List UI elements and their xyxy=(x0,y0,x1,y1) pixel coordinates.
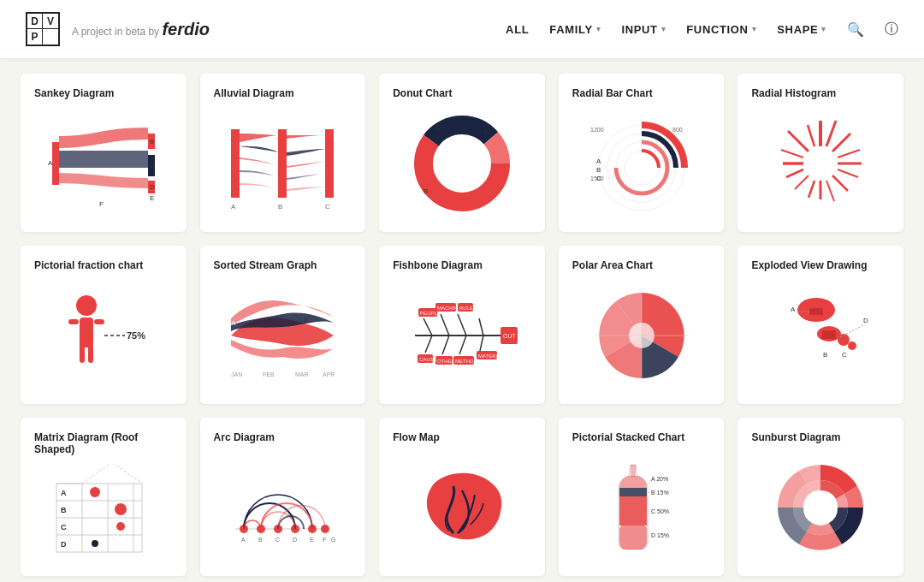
svg-line-42 xyxy=(808,125,814,146)
card-polararea[interactable]: Polar Area Chart xyxy=(559,246,725,404)
card-explodedview-visual: A B C D xyxy=(751,280,890,390)
card-matrixdiagram[interactable]: Matrix Diagram (Roof Shaped) A B C D xyxy=(21,418,187,576)
card-sortedstream[interactable]: Sorted Stream Graph D A JAN FEB MAR APR xyxy=(200,246,366,404)
svg-text:E: E xyxy=(150,194,154,202)
svg-text:C: C xyxy=(842,351,847,359)
nav-family-arrow: ▾ xyxy=(596,25,601,33)
search-icon[interactable]: 🔍 xyxy=(847,21,864,38)
main-nav: ALL FAMILY ▾ INPUT ▾ FUNCTION ▾ SHAPE ▾ … xyxy=(506,21,898,39)
svg-text:APR: APR xyxy=(323,371,335,377)
card-sunburst-title: Sunburst Diagram xyxy=(751,431,890,443)
card-fishbone-title: Fishbone Diagram xyxy=(393,259,531,271)
card-sunburst[interactable]: Sunburst Diagram xyxy=(737,418,903,576)
svg-text:B: B xyxy=(258,537,263,543)
svg-point-19 xyxy=(438,140,486,187)
card-alluvial-visual: A B C xyxy=(214,108,352,218)
svg-text:B: B xyxy=(61,506,67,514)
svg-rect-51 xyxy=(80,344,85,363)
svg-text:MAR: MAR xyxy=(295,371,309,377)
svg-text:B 15%: B 15% xyxy=(651,490,669,496)
svg-text:C: C xyxy=(325,203,330,211)
svg-text:C: C xyxy=(275,537,280,543)
nav-input[interactable]: INPUT ▾ xyxy=(621,23,666,36)
card-sankey-title: Sankey Diagram xyxy=(34,87,173,99)
card-arcdiagram-title: Arc Diagram xyxy=(214,431,352,443)
svg-text:B: B xyxy=(278,203,282,211)
card-radialbar[interactable]: Radial Bar Chart 1200 800 1500 A B C xyxy=(559,74,725,232)
app-header: D V P A project in beta by ferdio ALL FA… xyxy=(0,0,924,58)
card-alluvial[interactable]: Alluvial Diagram A B C xyxy=(200,74,366,232)
logo-p: P xyxy=(27,29,43,45)
svg-line-68 xyxy=(458,314,466,336)
card-pictorialstacked-visual: A 20% B 15% C 50% D 15% xyxy=(572,452,711,562)
card-sankey[interactable]: Sankey Diagram A B C D E F xyxy=(21,74,187,232)
card-matrixdiagram-title: Matrix Diagram (Roof Shaped) xyxy=(34,431,173,455)
svg-text:A: A xyxy=(231,203,236,211)
svg-point-96 xyxy=(848,341,856,350)
card-polararea-visual xyxy=(572,280,711,390)
logo-d: D xyxy=(27,14,43,29)
card-explodedview[interactable]: Exploded View Drawing A B C D xyxy=(737,246,903,404)
card-sunburst-visual xyxy=(751,452,890,562)
svg-text:OTHER: OTHER xyxy=(437,359,456,364)
nav-shape[interactable]: SHAPE ▾ xyxy=(777,23,826,36)
svg-text:OUT: OUT xyxy=(503,333,517,339)
svg-point-114 xyxy=(90,487,100,497)
card-pictorialstacked[interactable]: Pictorial Stacked Chart A 20% B 15% C xyxy=(559,418,725,576)
svg-text:D: D xyxy=(304,317,309,324)
svg-line-40 xyxy=(788,131,808,151)
nav-function-arrow: ▾ xyxy=(752,25,757,33)
svg-rect-11 xyxy=(278,129,287,198)
card-fishbone[interactable]: Fishbone Diagram OUT PEOPLE xyxy=(379,246,545,404)
svg-text:F: F xyxy=(99,200,104,208)
svg-line-38 xyxy=(795,175,808,189)
nav-family[interactable]: FAMILY ▾ xyxy=(549,23,601,36)
logo-area: D V P A project in beta by ferdio xyxy=(26,12,210,46)
nav-shape-arrow: ▾ xyxy=(821,25,826,33)
svg-rect-94 xyxy=(822,330,836,339)
card-donut[interactable]: Donut Chart D A B xyxy=(379,74,545,232)
logo-v: V xyxy=(43,14,58,29)
card-pictorialfraction[interactable]: Pictorial fraction chart 75% xyxy=(21,246,187,404)
svg-rect-52 xyxy=(88,344,93,363)
svg-text:B: B xyxy=(596,166,601,174)
card-radialhistogram-visual xyxy=(751,108,890,218)
svg-line-48 xyxy=(808,181,814,198)
svg-text:B: B xyxy=(823,351,827,359)
svg-point-49 xyxy=(76,295,97,316)
svg-rect-54 xyxy=(94,319,104,324)
card-matrixdiagram-visual: A B C D xyxy=(34,464,173,562)
svg-line-41 xyxy=(826,121,836,146)
nav-function[interactable]: FUNCTION ▾ xyxy=(686,23,756,36)
svg-text:D: D xyxy=(293,537,297,543)
svg-text:A: A xyxy=(241,537,246,543)
svg-text:D: D xyxy=(150,183,155,191)
svg-line-43 xyxy=(838,169,858,177)
nav-all[interactable]: ALL xyxy=(506,23,529,36)
svg-text:RULES: RULES xyxy=(459,306,477,311)
svg-line-46 xyxy=(781,150,803,157)
logo-tagline: A project in beta by ferdio xyxy=(72,20,210,39)
logo-box: D V P xyxy=(26,12,60,46)
svg-line-47 xyxy=(826,181,834,201)
svg-rect-92 xyxy=(809,308,823,315)
svg-text:FEB: FEB xyxy=(263,371,275,377)
card-flowmap[interactable]: Flow Map xyxy=(379,418,545,576)
svg-text:C: C xyxy=(150,162,155,169)
svg-line-36 xyxy=(832,175,848,191)
card-radialhistogram-title: Radial Histogram xyxy=(751,87,890,99)
info-icon[interactable]: ⓘ xyxy=(885,21,898,39)
svg-line-71 xyxy=(442,336,449,354)
card-radialhistogram[interactable]: Radial Histogram xyxy=(737,74,903,232)
svg-text:CAUSE: CAUSE xyxy=(419,357,437,362)
svg-text:G: G xyxy=(331,537,335,543)
card-arcdiagram[interactable]: Arc Diagram A xyxy=(200,418,366,576)
card-sortedstream-title: Sorted Stream Graph xyxy=(214,259,352,271)
card-polararea-title: Polar Area Chart xyxy=(572,259,711,271)
card-alluvial-title: Alluvial Diagram xyxy=(214,87,352,99)
svg-text:E: E xyxy=(310,537,314,543)
svg-text:C: C xyxy=(596,175,601,182)
nav-input-arrow: ▾ xyxy=(661,25,666,33)
svg-text:B: B xyxy=(424,187,428,195)
svg-text:C 50%: C 50% xyxy=(651,508,669,514)
